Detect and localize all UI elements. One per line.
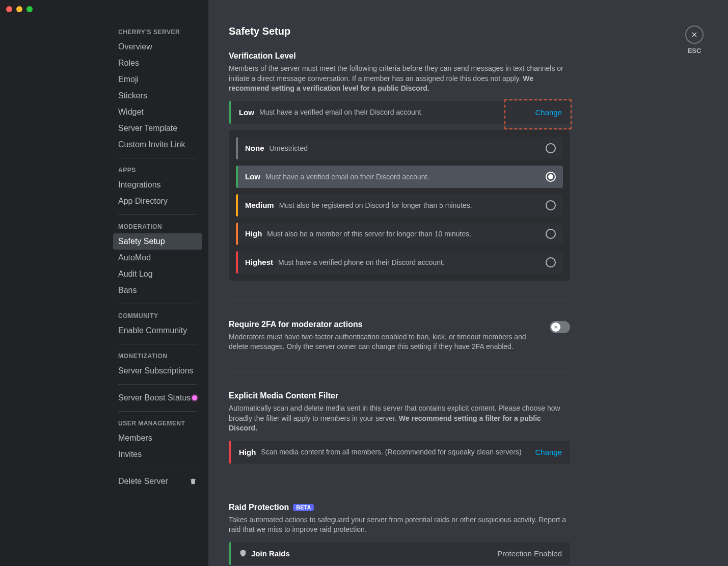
- page-title: Safety Setup: [229, 25, 570, 37]
- close-label: ESC: [685, 47, 704, 55]
- sidebar-item-delete-server[interactable]: Delete Server: [113, 473, 202, 490]
- verification-title: Verification Level: [229, 51, 570, 61]
- sidebar-item-invites[interactable]: Invites: [113, 446, 202, 463]
- verification-option-none[interactable]: None Unrestricted: [236, 137, 563, 159]
- sidebar-heading-server: CHERRY'S SERVER: [113, 25, 202, 39]
- explicit-change-link[interactable]: Change: [535, 448, 562, 456]
- sidebar-item-label: Server Template: [118, 124, 177, 133]
- sidebar-heading-community: COMMUNITY: [113, 309, 202, 322]
- sidebar-item-app-directory[interactable]: App Directory: [113, 193, 202, 209]
- close-window-dot[interactable]: [6, 6, 12, 12]
- sidebar-item-integrations[interactable]: Integrations: [113, 177, 202, 193]
- explicit-current-label: High: [239, 448, 256, 456]
- sidebar-item-label: Invites: [118, 450, 142, 459]
- sidebar-item-label: Stickers: [118, 91, 147, 100]
- sidebar-heading-monetization: MONETIZATION: [113, 349, 202, 363]
- sidebar-heading-user-mgmt: USER MANAGEMENT: [113, 417, 202, 430]
- sidebar-item-emoji[interactable]: Emoji: [113, 71, 202, 88]
- option-label: None: [245, 144, 264, 152]
- close-settings-button[interactable]: ESC: [685, 25, 704, 55]
- option-desc: Must also be a member of this server for…: [267, 230, 546, 238]
- radio-checked-icon: [546, 172, 556, 182]
- verification-options-panel: None Unrestricted Low Must have a verifi…: [229, 130, 570, 281]
- divider: [118, 158, 197, 158]
- sidebar-item-label: Enable Community: [118, 326, 187, 335]
- option-label: Low: [245, 172, 260, 181]
- verification-current-desc: Must have a verified email on their Disc…: [259, 108, 535, 116]
- sidebar-item-label: App Directory: [118, 197, 168, 206]
- sidebar-heading-moderation: MODERATION: [113, 220, 202, 233]
- sidebar-item-label: Custom Invite Link: [118, 140, 185, 149]
- main-content: ESC Safety Setup Verification Level Memb…: [208, 0, 728, 566]
- settings-sidebar: CHERRY'S SERVER Overview Roles Emoji Sti…: [0, 0, 208, 566]
- sidebar-item-label: Safety Setup: [118, 237, 165, 246]
- close-icon: [685, 25, 704, 44]
- twofa-toggle[interactable]: [550, 321, 570, 333]
- sidebar-item-label: Widget: [118, 107, 144, 117]
- sidebar-item-label: Members: [118, 434, 152, 443]
- shield-icon: [239, 549, 247, 557]
- divider: [118, 344, 197, 344]
- sidebar-item-members[interactable]: Members: [113, 430, 202, 446]
- verification-desc: Members of the server must meet the foll…: [229, 64, 570, 94]
- sidebar-item-label: Overview: [118, 42, 152, 51]
- radio-icon: [546, 229, 556, 239]
- raid-desc: Takes automated actions to safeguard you…: [229, 515, 570, 535]
- verification-option-medium[interactable]: Medium Must also be registered on Discor…: [236, 194, 563, 217]
- twofa-title: Require 2FA for moderator actions: [229, 320, 542, 329]
- raid-row-label: Join Raids: [251, 549, 290, 558]
- divider: [118, 468, 197, 468]
- sidebar-item-audit-log[interactable]: Audit Log: [113, 266, 202, 282]
- sidebar-item-stickers[interactable]: Stickers: [113, 88, 202, 104]
- explicit-title: Explicit Media Content Filter: [229, 391, 570, 400]
- verification-change-link[interactable]: Change: [535, 108, 562, 117]
- explicit-current-row: High Scan media content from all members…: [229, 441, 570, 464]
- sidebar-item-automod[interactable]: AutoMod: [113, 250, 202, 266]
- sidebar-item-safety-setup[interactable]: Safety Setup: [113, 233, 202, 250]
- sidebar-item-label: Integrations: [118, 180, 161, 190]
- raid-title-text: Raid Protection: [229, 503, 289, 512]
- toggle-knob: [551, 322, 560, 332]
- divider: [118, 384, 197, 385]
- verification-option-highest[interactable]: Highest Must have a verified phone on th…: [236, 251, 563, 274]
- radio-icon: [546, 257, 556, 267]
- sidebar-item-label: Bans: [118, 286, 137, 295]
- option-desc: Must also be registered on Discord for l…: [279, 201, 546, 209]
- window-controls: [6, 6, 33, 12]
- sidebar-item-bans[interactable]: Bans: [113, 282, 202, 299]
- radio-icon: [546, 200, 556, 210]
- beta-badge: BETA: [293, 504, 314, 511]
- sidebar-item-widget[interactable]: Widget: [113, 104, 202, 120]
- divider: [229, 483, 570, 483]
- verification-current-row: Low Must have a verified email on their …: [229, 101, 570, 124]
- sidebar-item-label: Delete Server: [118, 477, 168, 486]
- sidebar-item-boost-status[interactable]: Server Boost Status: [113, 390, 202, 406]
- radio-icon: [546, 143, 556, 153]
- sidebar-item-enable-community[interactable]: Enable Community: [113, 322, 202, 339]
- sidebar-item-label: Server Subscriptions: [118, 366, 194, 375]
- maximize-window-dot[interactable]: [26, 6, 33, 12]
- verification-option-low[interactable]: Low Must have a verified email on their …: [236, 166, 563, 188]
- verification-option-high[interactable]: High Must also be a member of this serve…: [236, 223, 563, 245]
- sidebar-item-overview[interactable]: Overview: [113, 39, 202, 55]
- sidebar-item-label: Roles: [118, 59, 139, 68]
- divider: [118, 411, 197, 412]
- sidebar-item-subscriptions[interactable]: Server Subscriptions: [113, 363, 202, 379]
- divider: [229, 371, 570, 372]
- option-desc: Must have a verified email on their Disc…: [265, 173, 546, 181]
- divider: [229, 300, 570, 301]
- option-desc: Must have a verified phone on their Disc…: [278, 258, 546, 266]
- minimize-window-dot[interactable]: [16, 6, 22, 12]
- sidebar-item-server-template[interactable]: Server Template: [113, 120, 202, 137]
- sidebar-item-custom-invite[interactable]: Custom Invite Link: [113, 137, 202, 153]
- verification-current-label: Low: [239, 108, 254, 117]
- sidebar-heading-apps: APPS: [113, 164, 202, 177]
- explicit-desc: Automatically scan and delete media sent…: [229, 403, 570, 434]
- explicit-current-desc: Scan media content from all members. (Re…: [261, 448, 535, 456]
- divider: [118, 214, 197, 215]
- raid-status: Protection Enabled: [497, 549, 562, 558]
- trash-icon: [189, 477, 197, 486]
- raid-row[interactable]: Join Raids Protection Enabled: [229, 542, 570, 565]
- boost-gem-icon: [192, 395, 197, 400]
- sidebar-item-roles[interactable]: Roles: [113, 55, 202, 71]
